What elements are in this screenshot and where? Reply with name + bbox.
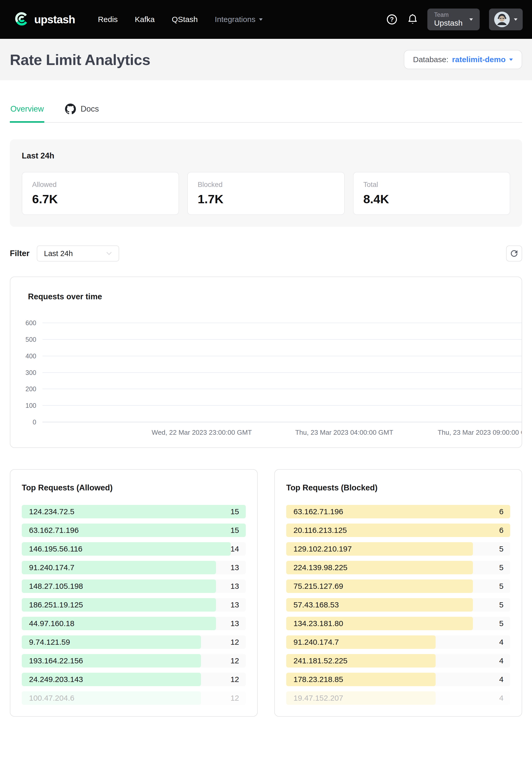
time-range-value: Last 24h — [44, 249, 73, 258]
brand-name: upstash — [34, 13, 75, 26]
y-axis-tick: 100 — [25, 402, 36, 409]
x-axis-label: Thu, 23 Mar 2023 09:00:00 GMT — [438, 428, 522, 436]
bar-slot-16 — [473, 323, 501, 422]
time-range-select[interactable]: Last 24h — [37, 245, 119, 261]
x-axis-label: Thu, 23 Mar 2023 04:00:00 GMT — [295, 428, 393, 436]
nav-item-kafka[interactable]: Kafka — [135, 15, 155, 24]
request-row: 224.139.98.2255 — [286, 561, 510, 574]
request-row: 124.234.72.515 — [22, 505, 246, 518]
allowed-list-title: Top Requests (Allowed) — [22, 483, 246, 493]
allowed-list-rows: 124.234.72.51563.162.71.19615146.195.56.… — [22, 505, 246, 705]
blocked-list-card: Top Requests (Blocked) 63.162.71.196620.… — [274, 469, 522, 717]
stat-card-allowed: Allowed6.7K — [22, 172, 179, 215]
x-axis-label: Wed, 22 Mar 2023 23:00:00 GMT — [152, 428, 252, 436]
database-label: Database: — [413, 55, 449, 64]
row-count: 5 — [499, 545, 504, 553]
row-ip: 91.240.174.7 — [29, 563, 74, 572]
request-row: 129.102.210.1975 — [286, 542, 510, 556]
row-count: 5 — [499, 600, 504, 609]
gridline-0 — [42, 422, 522, 422]
row-count: 12 — [230, 656, 239, 665]
notifications-button[interactable] — [407, 13, 418, 25]
row-count: 12 — [230, 638, 239, 646]
row-ip: 57.43.168.53 — [294, 600, 339, 609]
request-row: 19.47.152.2074 — [286, 691, 510, 705]
team-name: Upstash — [434, 18, 463, 27]
chevron-down-icon — [259, 18, 262, 21]
stat-card-blocked: Blocked1.7K — [187, 172, 344, 215]
svg-text:?: ? — [390, 16, 394, 23]
request-row: 20.116.213.1256 — [286, 524, 510, 537]
filter-row: Filter Last 24h — [10, 245, 522, 261]
bar-series — [45, 323, 501, 422]
bar-slot-1 — [45, 323, 73, 422]
request-row: 241.181.52.2254 — [286, 654, 510, 667]
row-ip: 75.215.127.69 — [294, 582, 343, 591]
row-count: 15 — [230, 507, 239, 516]
request-row: 100.47.204.612 — [22, 691, 246, 705]
top-nav: upstash RedisKafkaQStash Integrations ? … — [0, 0, 532, 39]
request-row: 24.249.203.14312 — [22, 673, 246, 686]
nav-links: RedisKafkaQStash — [98, 15, 198, 24]
request-row: 178.23.218.854 — [286, 673, 510, 686]
tab-docs[interactable]: Docs — [64, 98, 100, 122]
page-title: Rate Limit Analytics — [10, 51, 150, 68]
chevron-down-icon — [509, 58, 513, 61]
upstash-logo-icon — [14, 12, 29, 27]
integrations-label: Integrations — [215, 15, 255, 24]
bar-slot-3 — [102, 323, 131, 422]
team-label: Team — [434, 11, 463, 18]
brand[interactable]: upstash — [14, 12, 75, 27]
y-axis-tick: 0 — [33, 418, 36, 426]
nav-item-integrations[interactable]: Integrations — [215, 15, 262, 24]
bar-slot-12 — [358, 323, 387, 422]
nav-item-qstash[interactable]: QStash — [172, 15, 198, 24]
stat-card-total: Total8.4K — [353, 172, 510, 215]
row-ip: 9.74.121.59 — [29, 638, 70, 646]
tab-overview[interactable]: Overview — [10, 98, 44, 122]
row-ip: 224.139.98.225 — [294, 563, 348, 572]
row-count: 6 — [499, 507, 504, 516]
row-count: 5 — [499, 619, 504, 628]
database-selector[interactable]: Database: ratelimit-demo — [404, 50, 522, 69]
row-ip: 91.240.174.7 — [294, 638, 339, 646]
row-count: 4 — [499, 675, 504, 684]
database-value: ratelimit-demo — [452, 55, 506, 64]
help-button[interactable]: ? — [386, 13, 398, 25]
refresh-button[interactable] — [506, 245, 522, 261]
tab-bar: Overview Docs — [10, 98, 522, 123]
bar-slot-9 — [273, 323, 302, 422]
row-count: 13 — [230, 619, 239, 628]
bar-slot-11 — [330, 323, 358, 422]
request-row: 148.27.105.19813 — [22, 579, 246, 593]
row-count: 12 — [230, 675, 239, 684]
row-count: 13 — [230, 582, 239, 591]
row-count: 5 — [499, 582, 504, 591]
blocked-list-rows: 63.162.71.196620.116.213.1256129.102.210… — [286, 505, 510, 705]
request-row: 9.74.121.5912 — [22, 635, 246, 649]
blocked-list-title: Top Requests (Blocked) — [286, 483, 510, 493]
chevron-down-icon — [469, 18, 473, 21]
request-row: 75.215.127.695 — [286, 579, 510, 593]
stat-label: Allowed — [32, 181, 169, 189]
nav-right: ? Team Upstash — [386, 9, 523, 30]
chart-title: Requests over time — [28, 292, 102, 302]
row-count: 15 — [230, 526, 239, 535]
chevron-down-icon — [514, 18, 518, 21]
row-ip: 20.116.213.125 — [294, 526, 347, 535]
y-axis-tick: 300 — [25, 369, 36, 376]
request-row: 186.251.19.12513 — [22, 598, 246, 612]
stat-value: 8.4K — [363, 192, 500, 206]
row-ip: 63.162.71.196 — [29, 526, 79, 535]
row-ip: 100.47.204.6 — [29, 694, 74, 703]
stats-heading: Last 24h — [22, 151, 510, 161]
nav-item-redis[interactable]: Redis — [98, 15, 118, 24]
row-ip: 24.249.203.143 — [29, 675, 83, 684]
row-ip: 178.23.218.85 — [294, 675, 343, 684]
account-menu[interactable] — [489, 9, 523, 30]
row-count: 12 — [230, 694, 239, 703]
bar-slot-13 — [387, 323, 415, 422]
team-switcher[interactable]: Team Upstash — [427, 9, 480, 30]
row-count: 5 — [499, 563, 504, 572]
stat-value: 1.7K — [198, 192, 334, 206]
